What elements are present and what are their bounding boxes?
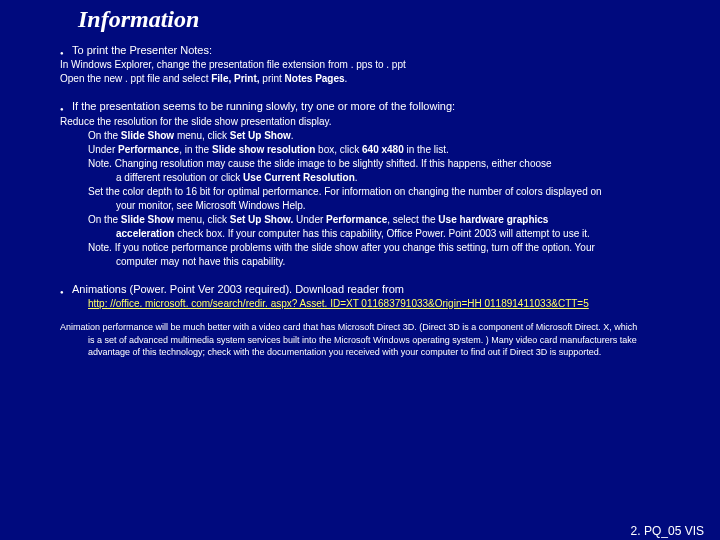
footnote-line: Animation performance will be much bette… xyxy=(60,322,676,334)
slide-title: Information xyxy=(78,6,720,33)
bullet-text: Animations (Power. Point Ver 2003 requir… xyxy=(72,282,676,296)
body-line: acceleration check box. If your computer… xyxy=(116,227,676,240)
bullet-icon xyxy=(60,99,72,113)
bullet-running-slowly: If the presentation seems to be running … xyxy=(60,99,676,113)
body-line: Under Performance, in the Slide show res… xyxy=(88,143,676,156)
body-line: Set the color depth to 16 bit for optima… xyxy=(88,185,676,198)
bullet-icon xyxy=(60,43,72,57)
body-line: Reduce the resolution for the slide show… xyxy=(60,115,676,128)
body-line: On the Slide Show menu, click Set Up Sho… xyxy=(88,213,676,226)
slide-footer: 2. PQ_05 VIS xyxy=(631,524,704,538)
body-line: In Windows Explorer, change the presenta… xyxy=(60,58,676,71)
bullet-icon xyxy=(60,282,72,296)
footnote-line: advantage of this technology; check with… xyxy=(88,347,676,359)
download-link[interactable]: http: //office. microsoft. com/search/re… xyxy=(88,298,589,309)
body-line: computer may not have this capability. xyxy=(116,255,676,268)
footnote-line: is a set of advanced multimedia system s… xyxy=(88,335,676,347)
body-line: Note. Changing resolution may cause the … xyxy=(88,157,676,170)
bullet-text: To print the Presenter Notes: xyxy=(72,43,676,57)
body-line: your monitor, see Microsoft Windows Help… xyxy=(116,199,676,212)
reader-link-line: http: //office. microsoft. com/search/re… xyxy=(88,297,676,310)
bullet-print-notes: To print the Presenter Notes: xyxy=(60,43,676,57)
body-line: Note. If you notice performance problems… xyxy=(88,241,676,254)
bullet-animations: Animations (Power. Point Ver 2003 requir… xyxy=(60,282,676,296)
bullet-text: If the presentation seems to be running … xyxy=(72,99,676,113)
body-line: Open the new . ppt file and select File,… xyxy=(60,72,676,85)
body-line: a different resolution or click Use Curr… xyxy=(116,171,676,184)
body-line: On the Slide Show menu, click Set Up Sho… xyxy=(88,129,676,142)
slide-body: To print the Presenter Notes: In Windows… xyxy=(0,43,720,359)
